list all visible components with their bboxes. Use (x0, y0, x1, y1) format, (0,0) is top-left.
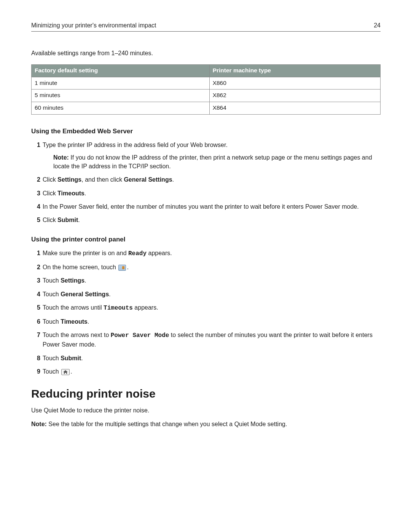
t: Power Saver Mode (111, 332, 169, 339)
settings-table: Factory default setting Printer machine … (31, 64, 381, 115)
step-item: 3 Click Timeouts. (31, 189, 381, 198)
step-number: 3 (31, 276, 40, 285)
step-item: 1 Type the printer IP address in the add… (31, 141, 381, 171)
table-header-row: Factory default setting Printer machine … (32, 65, 381, 77)
home-tile-icon (61, 369, 70, 375)
intro-text: Available settings range from 1–240 minu… (31, 50, 381, 57)
step-item: 5 Touch the arrows until Timeouts appear… (31, 303, 381, 313)
step-number: 3 (31, 189, 40, 198)
page-number: 24 (374, 22, 381, 29)
step-item: 4 Touch General Settings. (31, 290, 381, 299)
t: Touch (43, 368, 61, 375)
t: Submit (57, 217, 78, 223)
step-number: 6 (31, 317, 40, 326)
step-body: Type the printer IP address in the addre… (43, 141, 381, 171)
step-item: 8 Touch Submit. (31, 354, 381, 363)
step-item: 7 Touch the arrows next to Power Saver M… (31, 331, 381, 349)
step-body: Click Submit. (43, 216, 381, 224)
step-item: 6 Touch Timeouts. (31, 317, 381, 326)
step-body: In the Power Saver field, enter the numb… (43, 202, 381, 211)
t: Timeouts (61, 318, 88, 325)
t: . (84, 190, 86, 197)
step-item: 4 In the Power Saver field, enter the nu… (31, 202, 381, 211)
t: Settings (57, 176, 81, 183)
t: appears. (147, 250, 172, 256)
noise-line2: Note: See the table for the multiple set… (31, 420, 381, 428)
step-item: 2 Click Settings, and then click General… (31, 175, 381, 184)
note-block: Note: If you do not know the IP address … (43, 153, 381, 171)
step-body: On the home screen, touch . (43, 263, 381, 272)
step-number: 8 (31, 354, 40, 363)
t: Click (43, 176, 57, 183)
t: . (78, 217, 80, 223)
step-body: Touch Timeouts. (43, 317, 381, 326)
t: , and then click (81, 176, 124, 183)
step-number: 2 (31, 263, 40, 272)
note-body: See the table for the multiple settings … (47, 421, 287, 427)
step-number: 7 (31, 331, 40, 339)
table-row: 1 minute X860 (32, 77, 381, 89)
t: Timeouts (104, 305, 133, 312)
t: . (127, 264, 128, 270)
t: Touch (43, 277, 61, 284)
cell-type: X862 (209, 89, 380, 102)
step-number: 1 (31, 141, 40, 149)
t: General Settings (61, 291, 109, 297)
t: Settings (61, 277, 84, 284)
steps-web: 1 Type the printer IP address in the add… (31, 141, 381, 224)
page-content: Minimizing your printer's environmental … (0, 0, 411, 429)
subheading-web: Using the Embedded Web Server (31, 128, 381, 135)
t: Touch (43, 291, 61, 297)
running-header: Minimizing your printer's environmental … (31, 22, 381, 32)
cell-setting: 5 minutes (32, 89, 210, 102)
t: Click (43, 217, 57, 223)
step-item: 9 Touch . (31, 367, 381, 376)
t: Make sure the printer is on and (43, 250, 128, 256)
t: . (109, 291, 110, 297)
table-header-type: Printer machine type (209, 65, 380, 77)
subheading-panel: Using the printer control panel (31, 236, 381, 243)
step-number: 5 (31, 303, 40, 312)
step-text: Type the printer IP address in the addre… (43, 142, 228, 148)
cell-type: X864 (209, 102, 380, 115)
t: appears. (133, 304, 158, 311)
step-item: 1 Make sure the printer is on and Ready … (31, 249, 381, 258)
step-body: Touch Settings. (43, 276, 381, 285)
step-body: Touch General Settings. (43, 290, 381, 299)
t: . (88, 318, 89, 325)
t: Click (43, 190, 57, 197)
steps-panel: 1 Make sure the printer is on and Ready … (31, 249, 381, 376)
step-body: Click Settings, and then click General S… (43, 175, 381, 184)
step-number: 5 (31, 216, 40, 224)
step-body: Make sure the printer is on and Ready ap… (43, 249, 381, 258)
step-body: Touch . (43, 367, 381, 376)
t: Touch (43, 355, 61, 361)
t: Touch the arrows next to (43, 332, 111, 338)
t: . (172, 176, 174, 183)
t: Submit (61, 355, 81, 361)
step-number: 9 (31, 367, 40, 376)
table-header-setting: Factory default setting (32, 65, 210, 77)
step-number: 1 (31, 249, 40, 257)
step-number: 4 (31, 202, 40, 211)
t: . (84, 277, 86, 284)
note-label: Note: (53, 154, 69, 161)
step-item: 3 Touch Settings. (31, 276, 381, 285)
settings-tile-icon (118, 265, 126, 271)
t: General Settings (124, 176, 172, 183)
t: Touch (43, 318, 61, 325)
noise-line1: Use Quiet Mode to reduce the printer noi… (31, 406, 381, 415)
table-row: 5 minutes X862 (32, 89, 381, 102)
step-body: Click Timeouts. (43, 189, 381, 198)
note-body: If you do not know the IP address of the… (53, 154, 372, 169)
cell-setting: 60 minutes (32, 102, 210, 115)
t: . (70, 368, 72, 375)
step-item: 2 On the home screen, touch . (31, 263, 381, 272)
section-title-noise: Reducing printer noise (31, 387, 381, 400)
cell-type: X860 (209, 77, 380, 89)
t: Timeouts (57, 190, 84, 197)
header-title: Minimizing your printer's environmental … (31, 22, 156, 29)
t: Ready (128, 250, 147, 257)
step-item: 5 Click Submit. (31, 216, 381, 224)
step-number: 2 (31, 175, 40, 184)
